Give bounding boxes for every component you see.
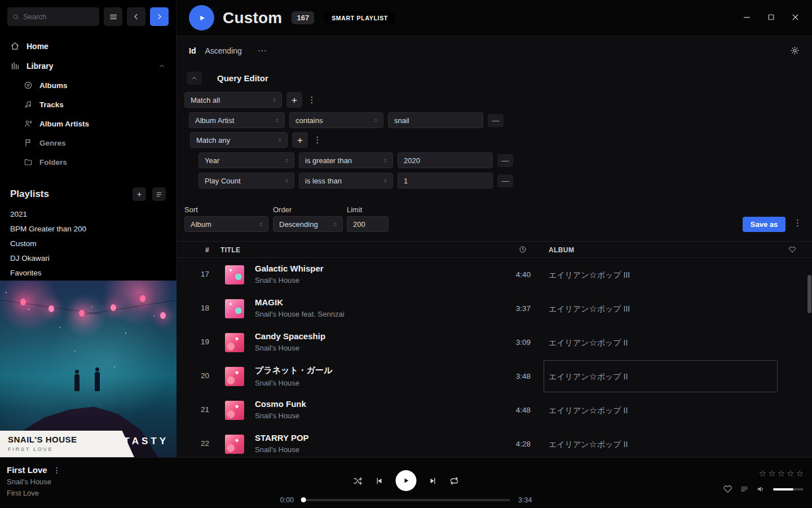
rule-operator-value: is greater than xyxy=(305,156,352,165)
select-arrows-icon xyxy=(382,157,389,164)
column-header-favorite[interactable] xyxy=(788,246,796,253)
minimize-button[interactable] xyxy=(742,12,752,22)
seek-slider[interactable] xyxy=(302,499,510,501)
sidebar-item-genres[interactable]: Genres xyxy=(0,133,176,152)
maximize-button[interactable] xyxy=(766,12,776,22)
sidebar-item-album-artists[interactable]: Album Artists xyxy=(0,114,176,133)
next-button[interactable] xyxy=(429,476,438,485)
column-header-title[interactable]: TITLE xyxy=(220,246,240,254)
table-row[interactable]: 17 Galactic WhisperSnail's House 4:40 エイ… xyxy=(176,258,812,292)
play-icon xyxy=(402,476,411,485)
order-select[interactable]: Descending xyxy=(273,216,343,232)
sort-direction-button[interactable]: Ascending xyxy=(205,46,241,55)
sort-select[interactable]: Album xyxy=(184,216,268,232)
home-icon xyxy=(10,41,20,51)
rule-field-select[interactable]: Year xyxy=(198,152,294,168)
search-box[interactable] xyxy=(7,7,99,26)
seek-knob[interactable] xyxy=(301,497,306,502)
add-rule-button[interactable]: + xyxy=(292,132,308,148)
track-title: STARRY POP xyxy=(255,433,309,443)
playlist-item[interactable]: Favorites xyxy=(0,265,176,280)
rule-value-input[interactable] xyxy=(398,152,493,168)
row-number: 21 xyxy=(182,405,209,414)
column-header-duration[interactable] xyxy=(519,246,527,253)
table-row[interactable]: 22 STARRY POPSnail's House 4:28 エイリアン☆ポッ… xyxy=(176,427,812,457)
column-header-index[interactable]: # xyxy=(197,246,209,254)
star-icon[interactable]: ☆ xyxy=(796,468,804,479)
now-playing-options-button[interactable]: ⋮ xyxy=(53,466,61,475)
rule-field-select[interactable]: Album Artist xyxy=(189,112,285,128)
match-mode-select[interactable]: Match all xyxy=(184,92,282,108)
volume-button[interactable] xyxy=(756,484,766,494)
rule-field-select[interactable]: Play Count xyxy=(198,173,294,189)
gear-icon xyxy=(790,46,800,55)
chevron-up-icon[interactable] xyxy=(158,62,166,70)
star-icon[interactable]: ☆ xyxy=(768,468,775,479)
vertical-scrollbar-thumb[interactable] xyxy=(807,275,811,313)
track-title: Galactic Whisper xyxy=(255,264,324,273)
rule-operator-select[interactable]: is less than xyxy=(299,173,393,189)
playlist-item[interactable]: 2021 xyxy=(0,207,176,221)
repeat-button[interactable] xyxy=(449,476,460,486)
sidebar-toolbar xyxy=(0,0,176,33)
remove-rule-button[interactable]: — xyxy=(497,174,513,187)
remove-rule-button[interactable]: — xyxy=(488,114,504,127)
more-options-button[interactable]: ⋯ xyxy=(258,45,267,56)
settings-button[interactable] xyxy=(790,46,800,55)
sidebar-item-folders[interactable]: Folders xyxy=(0,152,176,172)
sidebar-item-albums[interactable]: Albums xyxy=(0,76,176,95)
queue-button[interactable] xyxy=(740,485,749,494)
limit-input[interactable] xyxy=(347,216,389,232)
save-as-button[interactable]: Save as xyxy=(743,217,785,232)
lantern xyxy=(48,305,54,312)
column-header-album[interactable]: ALBUM xyxy=(549,246,574,254)
playlist-list-button[interactable] xyxy=(152,187,166,201)
star-icon[interactable]: ☆ xyxy=(778,468,785,479)
add-playlist-button[interactable]: + xyxy=(133,187,146,201)
rule-operator-select[interactable]: is greater than xyxy=(299,152,393,168)
lantern xyxy=(160,312,166,319)
table-row[interactable]: 18 MAGIKSnail's House feat. Sennzai 3:37… xyxy=(176,292,812,326)
playlist-item[interactable]: BPM Greater than 200 xyxy=(0,221,176,236)
favorite-button[interactable] xyxy=(723,484,732,494)
forward-button[interactable] xyxy=(150,7,169,26)
sort-field-button[interactable]: Id xyxy=(189,46,196,55)
star-icon[interactable]: ☆ xyxy=(759,468,766,479)
playlist-item[interactable]: Custom xyxy=(0,236,176,251)
table-row[interactable]: 20 プラネット・ガールSnail's House 3:48 エイリアン☆ポップ… xyxy=(176,360,812,393)
rule-value-input[interactable] xyxy=(388,112,483,128)
play-pause-button[interactable] xyxy=(396,470,417,491)
collapse-query-editor-button[interactable] xyxy=(187,72,202,85)
album-art-title: FIRST LOVE xyxy=(8,446,134,452)
sidebar-item-home[interactable]: Home xyxy=(0,36,176,56)
close-button[interactable] xyxy=(791,12,800,22)
previous-button[interactable] xyxy=(375,476,384,485)
playlist-item[interactable]: DJ Okawari xyxy=(0,251,176,265)
play-playlist-button[interactable] xyxy=(189,5,214,30)
album-art-brand: TASTY xyxy=(124,436,169,447)
track-album: エイリアン☆ポップ II xyxy=(549,372,628,382)
match-mode-select[interactable]: Match any xyxy=(190,132,288,148)
rule-value-input[interactable] xyxy=(398,173,493,189)
sidebar-item-library[interactable]: Library xyxy=(0,56,176,76)
shuffle-button[interactable] xyxy=(353,476,363,486)
lantern xyxy=(111,304,116,311)
back-button[interactable] xyxy=(127,7,145,26)
sidebar-item-label: Library xyxy=(27,62,53,71)
rule-operator-select[interactable]: contains xyxy=(289,112,383,128)
track-count-badge: 167 xyxy=(292,11,314,24)
track-duration: 3:37 xyxy=(492,304,531,313)
rule-operator-value: contains xyxy=(295,116,323,125)
save-options-button[interactable]: ⋮ xyxy=(793,218,802,228)
volume-slider[interactable] xyxy=(773,488,804,491)
group-options-button[interactable]: ⋮ xyxy=(312,132,323,148)
search-input[interactable] xyxy=(23,12,94,21)
group-options-button[interactable]: ⋮ xyxy=(307,92,317,108)
sidebar-item-tracks[interactable]: Tracks xyxy=(0,95,176,114)
add-rule-button[interactable]: + xyxy=(286,92,302,108)
table-row[interactable]: 21 Cosmo FunkSnail's House 4:48 エイリアン☆ポッ… xyxy=(176,393,812,427)
star-icon[interactable]: ☆ xyxy=(787,468,794,479)
menu-button[interactable] xyxy=(104,7,122,26)
table-row[interactable]: 19 Candy SpaceshipSnail's House 3:09 エイリ… xyxy=(176,326,812,360)
remove-rule-button[interactable]: — xyxy=(497,154,513,167)
